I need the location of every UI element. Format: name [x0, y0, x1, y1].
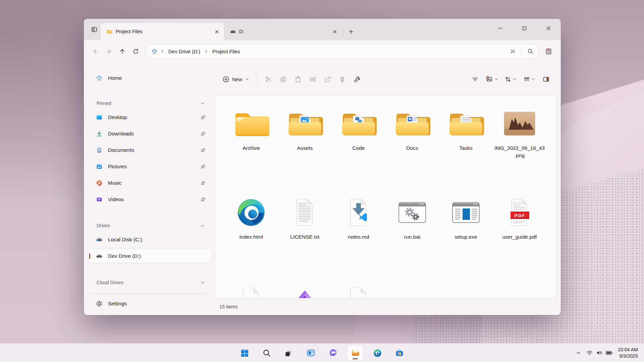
breadcrumb-drive[interactable]: Dev Drive (D:) — [167, 48, 202, 55]
breadcrumb-folder[interactable]: Project Files — [211, 48, 241, 55]
file-tile[interactable]: Code — [332, 106, 385, 194]
sidebar-item-music[interactable]: Music — [89, 176, 211, 190]
filter-button[interactable] — [468, 72, 482, 86]
clock[interactable]: 10:04 AM 9/3/2025 — [615, 347, 641, 359]
file-name: LICENSE.txt — [290, 233, 320, 241]
file-tile[interactable]: Tasks — [439, 106, 493, 194]
tab-bar: Project Files D: — [84, 19, 561, 40]
task-view-button[interactable] — [281, 346, 296, 360]
sidebar-section-drives[interactable]: Drives — [89, 218, 211, 233]
file-tile[interactable]: notes.md — [332, 194, 385, 283]
file-tile[interactable]: Assets — [278, 106, 332, 194]
file-name: setup.exe — [454, 233, 477, 241]
start-button[interactable] — [237, 346, 252, 360]
sidebar-item-home[interactable]: Home — [89, 71, 211, 85]
system-tray: 10:04 AM 9/3/2025 — [573, 344, 641, 362]
search-icon[interactable] — [524, 46, 536, 57]
sidebar-section-pinned[interactable]: Pinned — [89, 96, 211, 111]
tab-title: D: — [239, 29, 244, 34]
file-explorer-button[interactable] — [348, 346, 363, 360]
tab-layout-icon[interactable] — [88, 23, 101, 36]
quick-settings[interactable] — [584, 346, 615, 360]
tab-project-files[interactable]: Project Files — [101, 23, 224, 40]
home-icon[interactable] — [151, 48, 158, 55]
refresh-button[interactable] — [129, 45, 142, 58]
back-button[interactable] — [89, 45, 102, 58]
tab-title: Project Files — [116, 29, 143, 34]
forward-button[interactable] — [102, 45, 115, 58]
file-icon — [392, 196, 432, 229]
file-tile[interactable]: setup.exe — [439, 194, 493, 283]
file-icon — [231, 196, 271, 229]
chevron-up-icon[interactable] — [200, 101, 205, 106]
chevron-down-icon[interactable] — [200, 280, 205, 285]
file-name: user_guide.pdf — [502, 233, 537, 241]
file-tile[interactable] — [278, 283, 332, 298]
navigation-bar: Dev Drive (D:) Project Files — [84, 40, 561, 62]
details-pane-toggle[interactable] — [539, 72, 553, 86]
delete-button[interactable] — [335, 72, 350, 86]
sidebar: Home Pinned Desktop — [84, 62, 215, 315]
file-tile[interactable]: LICENSE.txt — [278, 194, 332, 283]
window-controls — [484, 19, 556, 38]
new-tab-button[interactable] — [345, 26, 357, 37]
sidebar-item-settings[interactable]: Settings — [89, 297, 211, 310]
file-name: index.html — [239, 233, 263, 241]
copy-button[interactable] — [276, 72, 290, 86]
sidebar-item-downloads[interactable]: Downloads — [89, 127, 211, 140]
sidebar-label: Videos — [108, 196, 195, 202]
paste-button[interactable] — [290, 72, 305, 86]
file-tile[interactable] — [224, 283, 278, 298]
file-name: Code — [352, 144, 365, 152]
up-button[interactable] — [115, 45, 129, 58]
pin-icon — [201, 115, 206, 120]
tab-close-icon[interactable] — [212, 27, 221, 36]
chevron-up-icon[interactable] — [200, 223, 205, 228]
chat-icon — [328, 348, 338, 358]
file-tile[interactable]: IMG_2022_06_16_43.png — [493, 106, 546, 194]
tools-wrench-button[interactable] — [350, 72, 364, 86]
sidebar-item-videos[interactable]: Videos — [89, 193, 211, 206]
tab-close-icon[interactable] — [330, 27, 339, 36]
videos-icon — [96, 196, 103, 203]
file-tile[interactable]: index.html — [224, 194, 278, 283]
store-button[interactable] — [392, 346, 407, 360]
search-taskbar-button[interactable] — [259, 346, 274, 360]
tab-drive-d[interactable]: D: — [224, 23, 342, 40]
sidebar-item-dev-drive-d[interactable]: Dev Drive (D:) — [89, 249, 211, 263]
details-list-icon[interactable] — [541, 45, 555, 58]
sort-button[interactable] — [501, 72, 520, 86]
thumbnail-view-button[interactable] — [482, 72, 501, 86]
minimize-button[interactable] — [492, 19, 508, 38]
taskbar: 10:04 AM 9/3/2025 — [0, 343, 644, 362]
sidebar-item-local-disk-c[interactable]: Local Disk (C:) — [89, 233, 211, 246]
file-tile[interactable]: Docs — [385, 106, 439, 194]
file-tile[interactable]: run.bat — [385, 194, 439, 283]
widgets-button[interactable] — [304, 346, 318, 360]
go-to-address-icon[interactable] — [506, 46, 519, 57]
new-button[interactable]: New — [218, 72, 254, 86]
new-button-label: New — [232, 76, 242, 82]
address-bar[interactable]: Dev Drive (D:) Project Files — [146, 44, 539, 58]
file-tile[interactable]: Archive — [224, 106, 278, 194]
sidebar-item-desktop[interactable]: Desktop — [89, 111, 211, 124]
sidebar-item-pictures[interactable]: Pictures — [89, 160, 211, 173]
downloads-icon — [96, 130, 103, 137]
hidden-icons-chevron[interactable] — [573, 346, 584, 360]
close-button[interactable] — [541, 19, 556, 38]
chat-button[interactable] — [326, 346, 340, 360]
rename-button[interactable] — [305, 72, 320, 86]
volume-icon — [596, 349, 603, 356]
file-tile[interactable] — [332, 283, 385, 298]
sidebar-item-documents[interactable]: Documents — [89, 143, 211, 157]
maximize-button[interactable] — [517, 19, 532, 38]
file-tile[interactable]: user_guide.pdf — [493, 194, 546, 283]
sidebar-section-cloud-drives[interactable]: Cloud Drives — [89, 275, 211, 290]
file-icon — [285, 108, 325, 140]
cut-button[interactable] — [261, 72, 276, 86]
view-button[interactable] — [520, 72, 539, 86]
share-button[interactable] — [320, 72, 335, 86]
sidebar-label: Home — [108, 75, 206, 81]
sidebar-label: Local Disk (C:) — [108, 237, 206, 243]
edge-button[interactable] — [370, 346, 385, 360]
